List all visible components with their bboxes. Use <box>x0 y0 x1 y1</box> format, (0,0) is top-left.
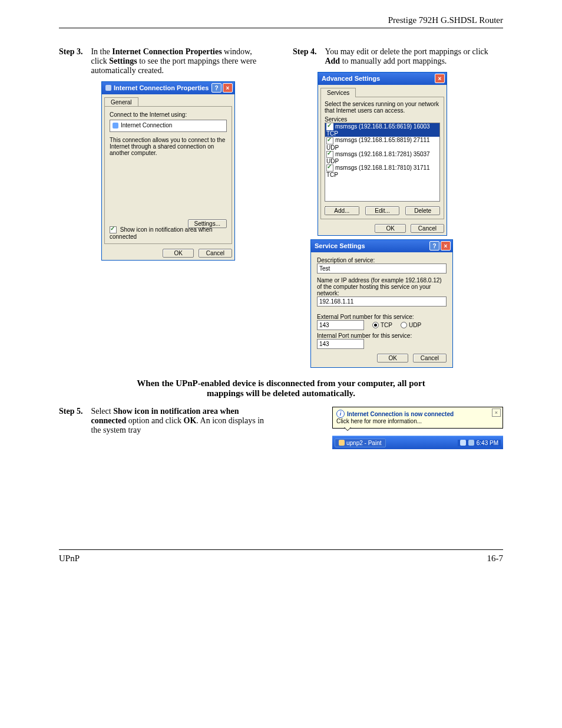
close-icon[interactable]: × <box>435 74 445 83</box>
info-icon: i <box>336 410 345 418</box>
t: In the <box>91 47 112 56</box>
t: msmsgs (192.168.1.65:8619) 16003 TCP <box>326 123 430 137</box>
titlebar[interactable]: Advanced Settings × <box>318 73 447 85</box>
balloon-text: Click here for more information... <box>336 418 499 424</box>
t: When the UPnP-enabled device is disconne… <box>59 378 503 388</box>
t: to manually add port mappings. <box>340 57 447 65</box>
service-settings-dialog: Service Settings ? × Description of serv… <box>310 239 453 368</box>
t: Add <box>325 57 340 65</box>
tray-notification: i Internet Connection is now connected C… <box>332 407 503 449</box>
app-icon <box>339 440 345 446</box>
ok-button[interactable]: OK <box>375 224 405 233</box>
t: UDP <box>409 322 421 328</box>
titlebar[interactable]: Service Settings ? × <box>311 240 452 252</box>
description-input[interactable] <box>317 263 447 274</box>
t: mappings will be deleted automatically. <box>59 388 503 398</box>
adv-intro: Select the services running on your netw… <box>325 101 440 114</box>
window-title: Advanced Settings <box>322 75 380 82</box>
connect-label: Connect to the Internet using: <box>110 111 227 118</box>
balloon-title: Internet Connection is now connected <box>347 411 454 417</box>
services-list[interactable]: msmsgs (192.168.1.65:8619) 16003 TCP msm… <box>325 123 440 202</box>
udp-radio[interactable]: UDP <box>401 322 421 329</box>
external-port-input[interactable] <box>317 320 364 330</box>
checkbox[interactable] <box>326 164 333 172</box>
taskbar: upnp2 - Paint 6:43 PM <box>332 436 503 449</box>
edit-button[interactable]: Edit... <box>365 206 400 215</box>
footer-left: UPnP <box>59 554 80 564</box>
tray-icon[interactable] <box>468 440 474 446</box>
services-label: Services <box>325 116 440 123</box>
cancel-button[interactable]: Cancel <box>199 249 232 258</box>
globe-icon <box>113 123 118 129</box>
internal-port-input[interactable] <box>317 339 364 349</box>
t: msmsgs (192.168.1.81:7281) 35037 UDP <box>326 151 430 164</box>
show-icon-checkbox[interactable] <box>110 226 117 233</box>
window-icon <box>105 85 111 91</box>
step5-text: Select Show icon in notification area wh… <box>91 407 269 435</box>
step3-label: Step 3. <box>59 47 82 75</box>
ext-port-label: External Port number for this service: <box>317 314 447 320</box>
window-title: Internet Connection Properties <box>114 84 209 91</box>
connection-box[interactable]: Internet Connection <box>110 120 227 132</box>
connection-description: This connection allows you to connect to… <box>110 137 227 156</box>
t: Select <box>91 407 113 416</box>
close-icon[interactable]: × <box>441 241 451 251</box>
t: Internet Connection Properties <box>112 47 222 56</box>
checkbox[interactable] <box>326 123 333 130</box>
list-item[interactable]: msmsgs (192.168.1.81:7810) 31711 TCP <box>325 164 439 178</box>
desc-label: Description of service: <box>317 257 447 263</box>
add-button[interactable]: Add... <box>325 206 359 215</box>
internet-connection-properties-dialog: Internet Connection Properties ? × Gener… <box>101 81 235 261</box>
t: TCP <box>381 322 392 328</box>
step3-text: In the Internet Connection Properties wi… <box>91 47 269 75</box>
advanced-settings-dialog: Advanced Settings × Services Select the … <box>318 72 447 236</box>
int-port-label: Internal Port number for this service: <box>317 332 447 339</box>
divider <box>59 549 503 550</box>
balloon-tooltip[interactable]: i Internet Connection is now connected C… <box>332 407 503 429</box>
help-icon[interactable]: ? <box>429 241 439 251</box>
checkbox[interactable] <box>326 151 333 158</box>
t: msmsgs (192.168.1.65:8819) 27111 UDP <box>326 137 430 150</box>
clock: 6:43 PM <box>477 440 498 446</box>
delete-button[interactable]: Delete <box>405 206 440 215</box>
list-item[interactable]: msmsgs (192.168.1.81:7281) 35037 UDP <box>325 151 439 164</box>
page-header: Prestige 792H G.SHDSL Router <box>59 15 503 25</box>
host-label: Name or IP address (for example 192.168.… <box>317 277 447 297</box>
show-icon-label: Show icon in notification area when conn… <box>110 226 213 240</box>
step5: Step 5. Select Show icon in notification… <box>59 407 269 435</box>
connection-name: Internet Connection <box>121 122 172 129</box>
ok-button[interactable]: OK <box>163 249 193 258</box>
tab-general[interactable]: General <box>104 97 138 107</box>
page-footer: UPnP 16-7 <box>59 554 503 564</box>
system-tray[interactable]: 6:43 PM <box>458 440 501 446</box>
t: msmsgs (192.168.1.81:7810) 31711 TCP <box>326 164 430 178</box>
t: upnp2 - Paint <box>346 440 382 446</box>
close-icon[interactable]: × <box>492 409 501 417</box>
footer-right: 16-7 <box>487 554 504 564</box>
list-item[interactable]: msmsgs (192.168.1.65:8619) 16003 TCP <box>325 123 439 137</box>
titlebar[interactable]: Internet Connection Properties ? × <box>102 82 234 94</box>
list-item[interactable]: msmsgs (192.168.1.65:8819) 27111 UDP <box>325 137 439 150</box>
cancel-button[interactable]: Cancel <box>413 354 447 363</box>
t: Settings <box>109 57 137 65</box>
taskbar-item[interactable]: upnp2 - Paint <box>335 439 386 447</box>
close-icon[interactable]: × <box>223 83 233 93</box>
help-icon[interactable]: ? <box>211 83 222 93</box>
t: OK <box>184 416 197 425</box>
step4: Step 4. You may edit or delete the port … <box>293 47 503 66</box>
tray-icon[interactable] <box>460 440 466 446</box>
cancel-button[interactable]: Cancel <box>411 224 444 233</box>
divider <box>59 28 503 28</box>
t: option and click <box>126 416 183 425</box>
tab-services[interactable]: Services <box>320 88 356 97</box>
step4-label: Step 4. <box>293 47 316 66</box>
checkbox[interactable] <box>326 137 333 144</box>
t: You may edit or delete the port mappings… <box>325 47 488 56</box>
step4-text: You may edit or delete the port mappings… <box>325 47 503 66</box>
host-input[interactable] <box>317 297 447 307</box>
window-title: Service Settings <box>315 242 365 249</box>
tcp-radio[interactable]: TCP <box>372 322 392 329</box>
upnp-note: When the UPnP-enabled device is disconne… <box>59 378 503 398</box>
ok-button[interactable]: OK <box>377 354 408 363</box>
step5-label: Step 5. <box>59 407 82 435</box>
